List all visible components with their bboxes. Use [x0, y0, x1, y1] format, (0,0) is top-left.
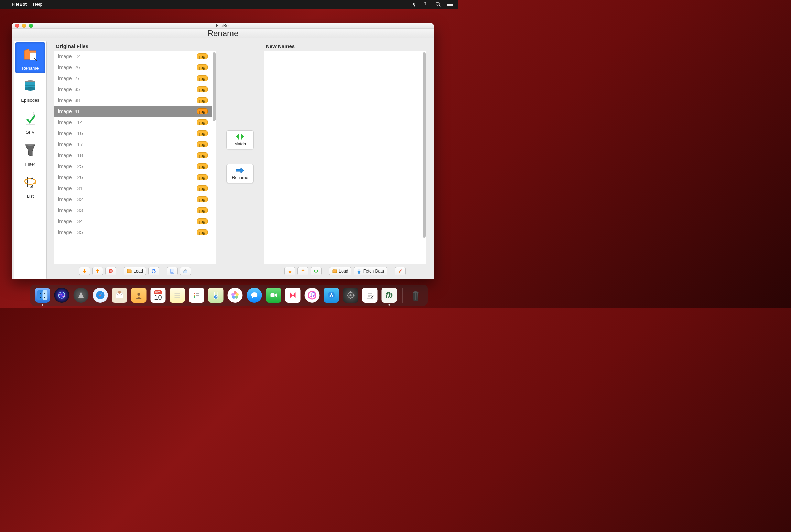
dock-contacts[interactable] [131, 288, 147, 303]
dock-trash[interactable] [408, 288, 423, 303]
scrollbar-thumb[interactable] [423, 52, 426, 238]
sidebar: RenameEpisodesSFVFilterList [12, 38, 49, 279]
file-row[interactable]: image_114jpg [54, 117, 212, 128]
dock-separator [402, 288, 403, 303]
svg-line-3 [439, 5, 440, 7]
ext-badge: jpg [197, 196, 208, 202]
ext-badge: jpg [197, 152, 208, 158]
file-row[interactable]: image_126jpg [54, 172, 212, 183]
file-row[interactable]: image_125jpg [54, 161, 212, 172]
dock-mail[interactable] [112, 288, 127, 303]
cursor-icon[interactable] [412, 2, 418, 7]
window-minimize-button[interactable] [22, 24, 26, 28]
file-row[interactable]: image_117jpg [54, 139, 212, 150]
file-row[interactable]: image_133jpg [54, 205, 212, 216]
ext-badge: jpg [197, 218, 208, 224]
new-names-title: New Names [264, 43, 426, 51]
load-files-button[interactable]: Load [124, 267, 146, 275]
file-row[interactable]: image_135jpg [54, 227, 212, 238]
menu-list-icon[interactable] [447, 2, 453, 7]
ext-badge: jpg [197, 163, 208, 169]
fetch-data-button[interactable]: Fetch Data [354, 267, 387, 275]
file-name: image_131 [58, 186, 83, 191]
svg-point-14 [25, 144, 35, 146]
dock-maps[interactable] [208, 288, 224, 303]
dock-calendar[interactable]: MAY 10 [151, 288, 166, 303]
file-name: image_134 [58, 219, 83, 224]
sidebar-item-label: Rename [22, 66, 39, 71]
script-button[interactable] [180, 267, 191, 275]
move-up-button[interactable] [297, 267, 308, 275]
svg-point-15 [25, 179, 36, 184]
match-label: Match [234, 142, 246, 146]
dock-launchpad[interactable] [74, 288, 89, 303]
dock-siri[interactable] [54, 288, 69, 303]
dock-facetime[interactable] [266, 288, 281, 303]
sidebar-item-rename[interactable]: Rename [15, 42, 45, 73]
rename-button[interactable]: Rename [226, 164, 254, 183]
dock-preferences[interactable] [343, 288, 358, 303]
dock-filebot[interactable]: fb [382, 288, 397, 303]
new-names-list[interactable] [264, 51, 426, 264]
dock-finder[interactable] [35, 288, 50, 303]
reload-button[interactable] [148, 267, 159, 275]
svg-point-65 [413, 291, 419, 293]
sidebar-item-filter[interactable]: Filter [15, 138, 45, 169]
menu-app[interactable]: FileBot [12, 2, 27, 7]
menu-help[interactable]: Help [33, 2, 42, 7]
file-row[interactable]: image_131jpg [54, 183, 212, 194]
dock-textedit[interactable] [362, 288, 378, 303]
svg-point-27 [40, 293, 41, 294]
window-zoom-button[interactable] [29, 24, 33, 28]
displays-icon[interactable] [424, 2, 429, 7]
svg-point-37 [194, 293, 195, 294]
file-row[interactable]: image_134jpg [54, 216, 212, 227]
file-name: image_135 [58, 230, 83, 235]
history-button[interactable] [167, 267, 178, 275]
dock-itunes[interactable] [305, 288, 320, 303]
load-names-button[interactable]: Load [329, 267, 351, 275]
dock-news[interactable] [285, 288, 301, 303]
search-icon[interactable] [435, 2, 441, 7]
titlebar[interactable]: FileBot [12, 23, 434, 29]
file-row[interactable]: image_35jpg [54, 84, 212, 95]
menubar: FileBot Help [0, 0, 458, 9]
original-file-list[interactable]: image_12jpgimage_26jpgimage_27jpgimage_3… [54, 51, 216, 264]
svg-rect-1 [426, 2, 429, 5]
sidebar-item-sfv[interactable]: SFV [15, 106, 45, 137]
sidebar-item-list[interactable]: List [15, 170, 45, 201]
match-button[interactable]: Match [226, 130, 254, 149]
svg-point-17 [34, 183, 36, 184]
file-name: image_27 [58, 76, 80, 81]
file-row[interactable]: image_12jpg [54, 51, 212, 62]
dock-reminders[interactable] [189, 288, 204, 303]
dock-photos[interactable] [228, 288, 243, 303]
svg-point-48 [231, 293, 235, 296]
remove-button[interactable] [105, 267, 116, 275]
file-row[interactable]: image_38jpg [54, 95, 212, 106]
sidebar-item-label: Episodes [21, 98, 39, 103]
scrollbar-thumb[interactable] [213, 52, 216, 121]
file-row[interactable]: image_26jpg [54, 62, 212, 73]
move-down-button[interactable] [79, 267, 90, 275]
dock-safari[interactable] [93, 288, 108, 303]
file-row[interactable]: image_116jpg [54, 128, 212, 139]
file-name: image_118 [58, 153, 83, 158]
move-up-button[interactable] [92, 267, 103, 275]
dock-appstore[interactable] [324, 288, 339, 303]
dock: MAY 10 fb [30, 285, 428, 306]
swap-button[interactable] [311, 267, 322, 275]
file-row[interactable]: image_132jpg [54, 194, 212, 205]
sidebar-item-episodes[interactable]: Episodes [15, 74, 45, 105]
file-name: image_114 [58, 120, 83, 125]
file-row[interactable]: image_41jpg [54, 106, 212, 117]
file-row[interactable]: image_27jpg [54, 73, 212, 84]
move-down-button[interactable] [284, 267, 295, 275]
ext-badge: jpg [197, 97, 208, 103]
tools-button[interactable] [395, 267, 406, 275]
window-close-button[interactable] [15, 24, 19, 28]
dock-messages[interactable] [247, 288, 262, 303]
file-row[interactable]: image_118jpg [54, 150, 212, 161]
file-name: image_26 [58, 65, 80, 70]
dock-notes[interactable] [170, 288, 185, 303]
